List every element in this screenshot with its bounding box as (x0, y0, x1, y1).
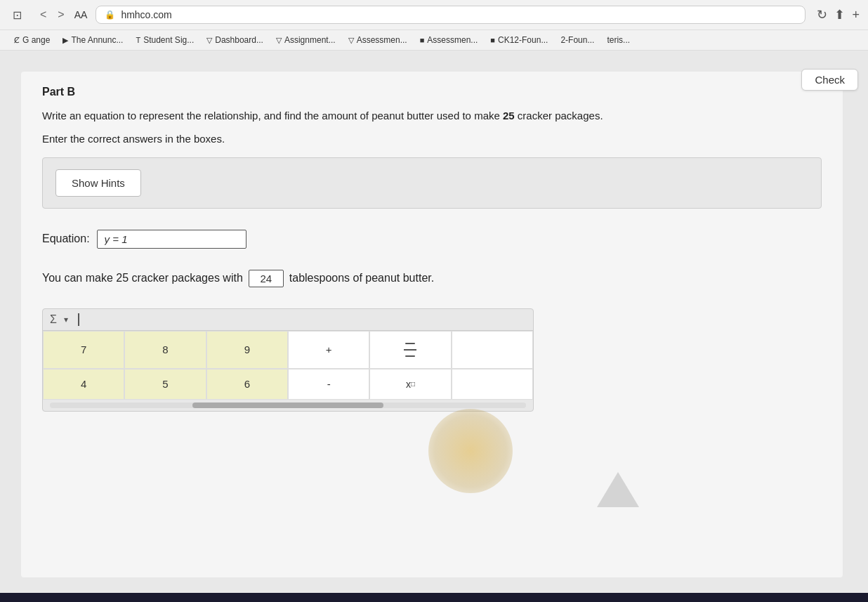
tab-annunc-favicon: ▶ (63, 36, 68, 45)
show-hints-button[interactable]: Show Hints (55, 169, 141, 197)
tab-2foun[interactable]: 2-Foun... (555, 33, 600, 47)
keyboard-top-row: Σ ▾ (43, 309, 533, 331)
statement-before: You can make 25 cracker packages with (42, 272, 243, 284)
question-number: 25 (503, 110, 515, 122)
key-minus[interactable]: - (288, 369, 369, 400)
question-text-before: Write an equation to represent the relat… (42, 110, 503, 122)
tab-student-favicon: T (136, 36, 140, 44)
toolbar-actions: ↻ ⬆ + (817, 7, 860, 22)
sidebar-toggle-button[interactable]: ⊡ (8, 7, 26, 23)
tabs-bar: Ȼ G ange ▶ The Annunc... T Student Sig..… (0, 30, 868, 51)
key-9[interactable]: 9 (206, 331, 288, 369)
tab-student-label: Student Sig... (143, 35, 194, 45)
question-text: Write an equation to represent the relat… (42, 108, 822, 124)
refresh-button[interactable]: ↻ (817, 7, 827, 22)
browser-toolbar: ⊡ < > AA 🔒 hmhco.com ↻ ⬆ + (0, 0, 868, 30)
tab-assignment-label: Assignment... (284, 35, 336, 45)
add-tab-button[interactable]: + (852, 8, 860, 22)
tab-assessment1[interactable]: ▽ Assessmen... (343, 33, 413, 47)
instruction-text: Enter the correct answers in the boxes. (42, 133, 822, 145)
share-button[interactable]: ⬆ (834, 7, 845, 22)
hints-box: Show Hints (42, 157, 822, 209)
sigma-button[interactable]: Σ (50, 313, 57, 326)
key-plus[interactable]: + (288, 331, 369, 369)
tab-2foun-label: 2-Foun... (560, 35, 594, 45)
key-x-exponent[interactable]: x□ (369, 369, 451, 400)
tab-assessment2[interactable]: ■ Assessmen... (414, 33, 484, 47)
keyboard-area: Σ ▾ 7 8 9 + 4 (42, 308, 534, 412)
browser-chrome: ⊡ < > AA 🔒 hmhco.com ↻ ⬆ + Ȼ G ange ▶ Th… (0, 0, 868, 51)
tab-assignment[interactable]: ▽ Assignment... (270, 33, 341, 47)
tab-c-label: G ange (22, 35, 50, 45)
tab-assessment1-favicon: ▽ (348, 36, 354, 45)
scroll-thumb (192, 403, 383, 408)
statement-after: tablespoons of peanut butter. (289, 272, 434, 284)
tab-assignment-favicon: ▽ (276, 36, 282, 45)
aa-label: AA (74, 9, 88, 20)
tab-ck12[interactable]: ■ CK12-Foun... (485, 33, 553, 47)
equation-label: Equation: (42, 233, 90, 245)
tab-dashboard-favicon: ▽ (206, 36, 212, 45)
tab-student[interactable]: T Student Sig... (130, 33, 199, 47)
key-6[interactable]: 6 (206, 369, 288, 400)
forward-button[interactable]: > (53, 7, 68, 22)
tab-teris[interactable]: teris... (601, 33, 636, 47)
tab-annunc[interactable]: ▶ The Annunc... (57, 33, 129, 47)
decorative-circle (428, 409, 513, 493)
tab-assessment1-label: Assessmen... (357, 35, 407, 45)
tab-teris-label: teris... (607, 35, 630, 45)
question-text-after: cracker packages. (515, 110, 603, 122)
part-label: Part B (42, 86, 822, 98)
tab-ck12-label: CK12-Foun... (498, 35, 548, 45)
tab-dashboard[interactable]: ▽ Dashboard... (201, 33, 269, 47)
svg-rect-2 (405, 355, 415, 357)
keyboard-grid: 7 8 9 + 4 5 6 - x□ (43, 331, 533, 400)
lock-icon: 🔒 (105, 10, 115, 20)
key-7[interactable]: 7 (43, 331, 124, 369)
tab-ck12-favicon: ■ (490, 36, 495, 44)
decorative-triangle (597, 472, 639, 507)
scroll-track[interactable] (50, 403, 526, 408)
key-empty-top (452, 331, 533, 369)
nav-buttons: < > (36, 7, 69, 22)
tab-annunc-label: The Annunc... (71, 35, 123, 45)
equation-row: Equation: (42, 230, 822, 249)
back-button[interactable]: < (36, 7, 51, 22)
address-bar[interactable]: 🔒 hmhco.com (96, 6, 805, 24)
svg-rect-0 (405, 343, 415, 344)
question-card: Part B Write an equation to represent th… (21, 72, 843, 577)
tab-c-favicon: Ȼ (14, 36, 20, 45)
check-button[interactable]: Check (801, 69, 858, 91)
cursor-bar (78, 313, 79, 326)
url-text: hmhco.com (121, 9, 171, 20)
tab-assessment2-label: Assessmen... (427, 35, 478, 45)
tab-c[interactable]: Ȼ G ange (8, 33, 55, 47)
answer-box[interactable]: 24 (249, 270, 284, 287)
key-empty-bottom (452, 369, 533, 400)
equation-input[interactable] (97, 230, 246, 249)
key-8[interactable]: 8 (124, 331, 206, 369)
statement-row: You can make 25 cracker packages with 24… (42, 270, 822, 287)
key-4[interactable]: 4 (43, 369, 124, 400)
tab-assessment2-favicon: ■ (420, 36, 425, 44)
tab-dashboard-label: Dashboard... (215, 35, 263, 45)
content-area: Part B Write an equation to represent th… (0, 51, 868, 593)
key-fraction[interactable] (369, 331, 451, 369)
dropdown-arrow-icon: ▾ (64, 315, 68, 325)
key-5[interactable]: 5 (124, 369, 206, 400)
